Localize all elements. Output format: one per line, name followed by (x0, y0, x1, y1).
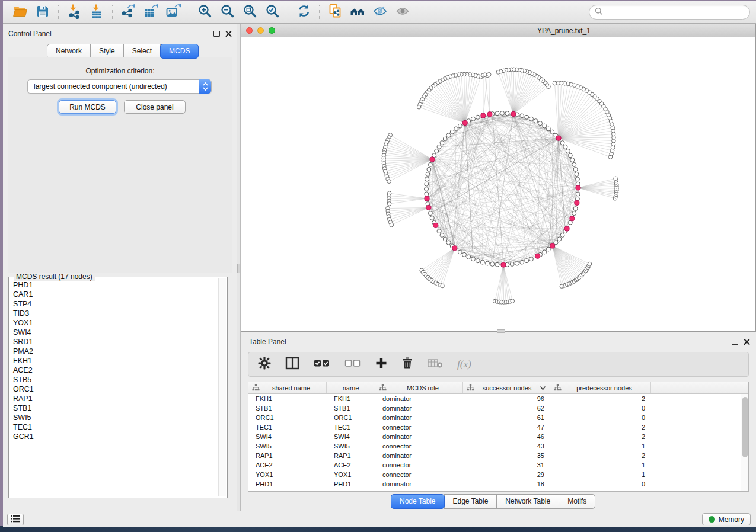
search-input[interactable] (607, 8, 744, 17)
mcds-result-item[interactable]: STP4 (10, 299, 217, 309)
import-network-button[interactable] (63, 4, 85, 21)
network-mcds-node[interactable] (501, 262, 506, 267)
network-node[interactable] (443, 237, 447, 241)
column-header-successor-nodes[interactable]: successor nodes (463, 382, 550, 393)
close-window-traffic-light[interactable] (246, 27, 253, 34)
open-session-button[interactable] (9, 4, 31, 21)
network-mcds-node[interactable] (481, 113, 486, 118)
network-mcds-node[interactable] (564, 226, 569, 231)
table-row[interactable]: SWI4SWI4dominator462 (248, 432, 748, 441)
zoom-out-button[interactable] (216, 4, 238, 21)
network-mcds-node[interactable] (462, 120, 467, 125)
zoom-window-traffic-light[interactable] (269, 27, 275, 34)
table-row[interactable]: RAP1RAP1dominator352 (248, 451, 748, 460)
network-node[interactable] (427, 167, 431, 171)
table-settings-gear-icon[interactable] (258, 357, 271, 372)
network-node[interactable] (575, 177, 579, 181)
network-node[interactable] (462, 252, 467, 257)
network-node[interactable] (525, 259, 529, 263)
show-all-button[interactable] (391, 4, 414, 21)
mcds-result-item[interactable]: RAP1 (10, 394, 217, 403)
network-node[interactable] (430, 216, 434, 220)
tab-motifs[interactable]: Motifs (559, 494, 595, 509)
network-node[interactable] (568, 153, 572, 158)
network-node[interactable] (435, 149, 439, 153)
splitter-handle[interactable] (237, 264, 240, 273)
column-header-name[interactable]: name (327, 382, 375, 393)
network-node[interactable] (614, 177, 618, 181)
refresh-button[interactable] (292, 4, 315, 21)
mcds-result-item[interactable]: GCR1 (10, 432, 217, 441)
mcds-result-item[interactable]: SWI5 (10, 413, 217, 422)
network-node[interactable] (471, 117, 476, 121)
network-node[interactable] (443, 137, 447, 141)
network-mcds-node[interactable] (535, 254, 540, 258)
zoom-in-button[interactable] (193, 4, 216, 21)
network-node[interactable] (510, 262, 514, 266)
network-node[interactable] (440, 233, 444, 237)
column-header-predecessor-nodes[interactable]: predecessor nodes (550, 382, 651, 393)
network-node[interactable] (425, 177, 429, 181)
network-mcds-node[interactable] (487, 112, 492, 117)
network-node[interactable] (538, 121, 543, 126)
network-node[interactable] (476, 115, 480, 119)
network-node[interactable] (563, 145, 567, 149)
network-node[interactable] (570, 158, 575, 162)
first-neighbors-button[interactable] (346, 4, 369, 21)
export-table-button[interactable] (139, 4, 162, 21)
network-node[interactable] (441, 284, 445, 288)
network-node[interactable] (500, 111, 505, 116)
network-node[interactable] (588, 262, 592, 266)
network-svg[interactable] (241, 37, 755, 331)
network-node[interactable] (573, 207, 578, 211)
table-scrollbar[interactable] (741, 394, 748, 491)
network-node[interactable] (417, 105, 421, 109)
delete-column-trash-icon[interactable] (401, 357, 413, 372)
network-node[interactable] (557, 237, 562, 241)
horizontal-splitter-handle[interactable] (497, 329, 505, 333)
table-row[interactable]: PHD1PHD1dominator180 (248, 479, 748, 489)
task-history-button[interactable] (7, 514, 24, 525)
network-node[interactable] (458, 250, 462, 254)
network-mcds-node[interactable] (550, 243, 555, 248)
network-node[interactable] (390, 223, 394, 227)
network-node[interactable] (454, 127, 458, 131)
network-node[interactable] (471, 257, 476, 261)
network-node[interactable] (458, 124, 462, 128)
network-node[interactable] (576, 192, 580, 196)
mcds-result-item[interactable]: CAR1 (10, 290, 217, 299)
network-node[interactable] (426, 172, 430, 177)
minimize-window-traffic-light[interactable] (257, 27, 264, 34)
export-image-button[interactable] (162, 4, 184, 21)
mcds-result-scrollbar[interactable] (218, 278, 226, 496)
network-node[interactable] (553, 81, 557, 85)
network-node[interactable] (495, 262, 499, 267)
network-node[interactable] (560, 233, 564, 237)
network-canvas[interactable] (241, 37, 755, 331)
network-node[interactable] (543, 250, 547, 254)
memory-button[interactable]: Memory (702, 513, 751, 525)
network-node[interactable] (529, 257, 533, 261)
network-node[interactable] (520, 114, 524, 118)
network-node[interactable] (440, 141, 444, 145)
mcds-result-item[interactable]: TID3 (10, 309, 217, 318)
network-node[interactable] (387, 180, 391, 184)
save-session-button[interactable] (31, 4, 54, 21)
network-node[interactable] (525, 115, 529, 119)
table-row[interactable]: ORC1ORC1dominator610 (248, 413, 748, 422)
network-node[interactable] (486, 261, 490, 265)
mcds-result-item[interactable]: PHD1 (10, 280, 217, 290)
close-panel-button[interactable]: Close panel (124, 100, 186, 114)
network-node[interactable] (437, 229, 441, 233)
network-node[interactable] (446, 133, 451, 137)
network-mcds-node[interactable] (556, 136, 561, 140)
table-row[interactable]: ACE2ACE2connector311 (248, 460, 748, 470)
export-network-button[interactable] (117, 4, 139, 21)
mcds-result-item[interactable]: SWI4 (10, 328, 217, 337)
network-node[interactable] (467, 255, 471, 259)
sort-chevron-icon[interactable] (540, 384, 546, 392)
network-node[interactable] (450, 130, 454, 134)
network-node[interactable] (425, 182, 429, 186)
network-node[interactable] (572, 211, 576, 216)
table-row[interactable]: YOX1YOX1connector291 (248, 470, 748, 479)
